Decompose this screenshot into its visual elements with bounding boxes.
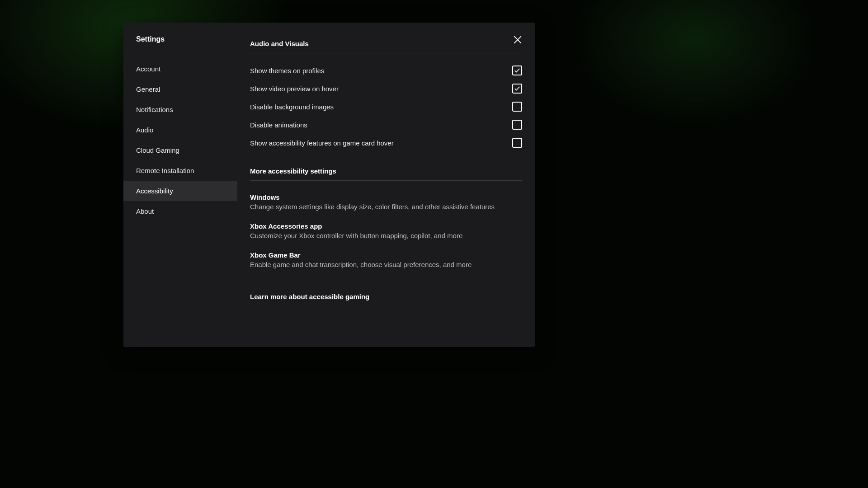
checkbox-show-video-preview[interactable] [512,84,522,94]
nav-item-label: Audio [136,126,153,134]
nav-item-audio[interactable]: Audio [123,120,237,140]
option-show-video-preview[interactable]: Show video preview on hover [250,80,522,98]
nav-item-account[interactable]: Account [123,59,237,79]
settings-sidebar: Settings AccountGeneralNotificationsAudi… [123,23,237,347]
learn-more-link[interactable]: Learn more about accessible gaming [250,291,522,300]
link-windows[interactable]: WindowsChange system settings like displ… [250,189,522,218]
more-settings-links: WindowsChange system settings like displ… [250,189,522,276]
option-show-themes-profiles[interactable]: Show themes on profiles [250,61,522,80]
link-desc: Customize your Xbox controller with butt… [250,232,522,239]
nav-item-cloud-gaming[interactable]: Cloud Gaming [123,140,237,160]
section-audio-visuals: Audio and Visuals Show themes on profile… [250,40,522,152]
checkmark-icon [514,85,520,92]
nav-item-label: Cloud Gaming [136,146,179,154]
section-title-more-settings: More accessibility settings [250,167,522,181]
nav-item-notifications[interactable]: Notifications [123,99,237,120]
option-label: Disable background images [250,103,334,111]
settings-dialog: Settings AccountGeneralNotificationsAudi… [123,23,535,347]
nav-item-label: Account [136,65,160,73]
option-label: Disable animations [250,121,307,129]
nav-item-label: Accessibility [136,187,173,195]
checkbox-show-a11y-hover[interactable] [512,138,522,148]
option-show-a11y-hover[interactable]: Show accessibility features on game card… [250,134,522,152]
link-title: Windows [250,193,522,201]
nav-item-accessibility[interactable]: Accessibility [123,181,237,201]
nav-item-general[interactable]: General [123,79,237,99]
nav-list: AccountGeneralNotificationsAudioCloud Ga… [123,53,237,221]
option-label: Show accessibility features on game card… [250,139,394,147]
link-desc: Enable game and chat transcription, choo… [250,261,522,268]
nav-item-label: Remote Installation [136,167,194,174]
dialog-title: Settings [123,35,237,53]
nav-item-label: Notifications [136,106,173,113]
audio-visuals-options: Show themes on profilesShow video previe… [250,61,522,152]
section-title-audio-visuals: Audio and Visuals [250,40,522,53]
link-xbox-accessories[interactable]: Xbox Accessories appCustomize your Xbox … [250,218,522,247]
section-more-settings: More accessibility settings WindowsChang… [250,167,522,276]
settings-panel: Audio and Visuals Show themes on profile… [237,23,535,347]
nav-item-remote-installation[interactable]: Remote Installation [123,160,237,181]
option-label: Show themes on profiles [250,67,324,75]
nav-item-about[interactable]: About [123,201,237,221]
panel-body: Audio and Visuals Show themes on profile… [250,40,522,300]
checkmark-icon [514,67,520,74]
close-button[interactable] [511,33,524,46]
checkbox-disable-background-images[interactable] [512,102,522,112]
option-disable-animations[interactable]: Disable animations [250,116,522,134]
close-icon [513,35,523,45]
link-xbox-game-bar[interactable]: Xbox Game BarEnable game and chat transc… [250,247,522,276]
nav-item-label: General [136,85,160,93]
option-label: Show video preview on hover [250,85,339,93]
option-disable-background-images[interactable]: Disable background images [250,98,522,116]
checkbox-show-themes-profiles[interactable] [512,66,522,75]
nav-item-label: About [136,207,154,215]
link-desc: Change system settings like display size… [250,203,522,211]
link-title: Xbox Accessories app [250,222,522,230]
link-title: Xbox Game Bar [250,251,522,259]
checkbox-disable-animations[interactable] [512,120,522,130]
